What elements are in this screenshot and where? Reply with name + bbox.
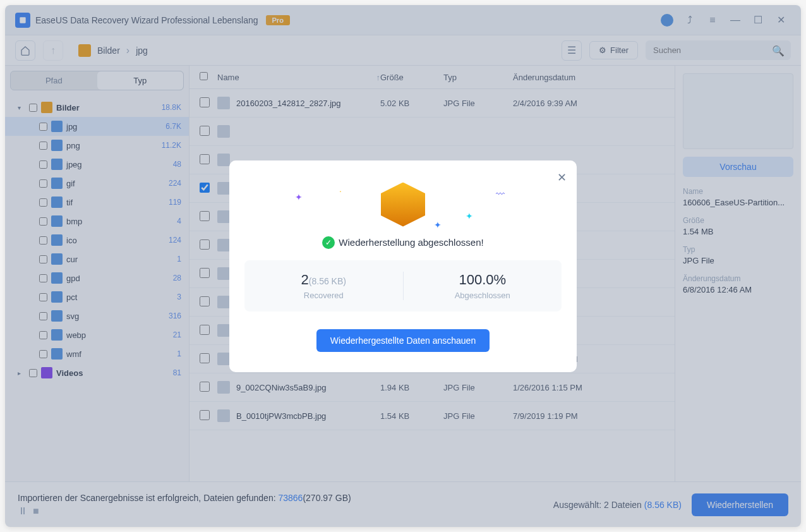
modal-title: ✓ Wiederherstellung abgeschlossen!: [244, 236, 562, 249]
recovered-label: Recovered: [244, 291, 403, 300]
modal-overlay: ✕ ✦ · 〰 ✦ ✦ ✓ Wiederherstellung abgeschl…: [5, 5, 801, 527]
modal-stats: 2(8.56 KB) Recovered 100.0% Abgeschlosse…: [244, 260, 562, 311]
view-recovered-button[interactable]: Wiederhergestellte Daten anschauen: [316, 329, 490, 352]
app-window: EaseUS Data Recovery Wizard Professional…: [5, 5, 801, 527]
shield-badge-icon: [381, 183, 425, 227]
complete-label: Abgeschlossen: [404, 291, 562, 300]
badge-graphic: ✦ · 〰 ✦ ✦: [244, 173, 562, 236]
recovered-count: 2(8.56 KB): [244, 272, 403, 288]
recovery-complete-modal: ✕ ✦ · 〰 ✦ ✦ ✓ Wiederherstellung abgeschl…: [229, 160, 577, 372]
percent-complete: 100.0%: [404, 272, 562, 288]
check-circle-icon: ✓: [322, 236, 335, 249]
